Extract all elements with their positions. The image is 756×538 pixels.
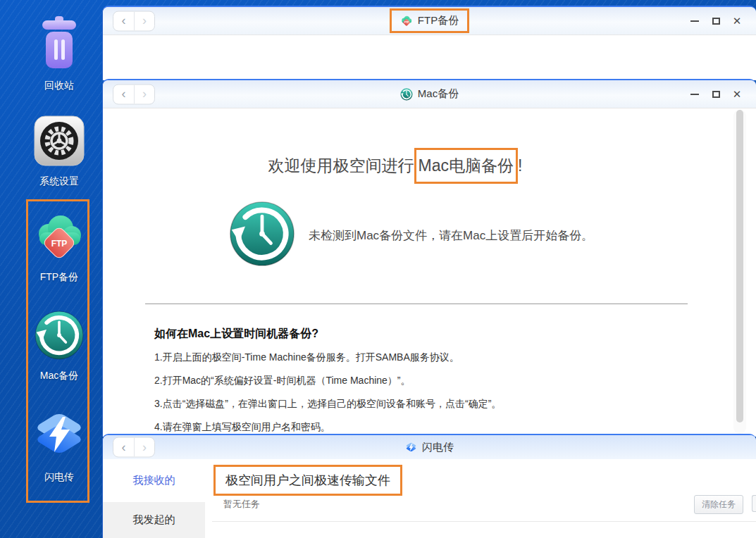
- howto-step: 3.点击“选择磁盘”，在弹出窗口上，选择自己的极空间设备和账号，点击“确定”。: [154, 398, 501, 411]
- ftp-window-titlebar: ‹ › FTP FTP备份: [103, 7, 756, 35]
- time-machine-icon: [400, 88, 413, 101]
- nav-back-button[interactable]: ‹: [113, 438, 134, 457]
- desktop-icon-label: 回收站: [44, 80, 74, 92]
- window-controls: ✕: [690, 89, 742, 99]
- desktop: 回收站 系统设置: [0, 0, 756, 538]
- nav-back-button[interactable]: ‹: [113, 11, 134, 30]
- howto-step: 2.打开Mac的“系统偏好设置-时间机器（Time Machine）”。: [154, 375, 501, 387]
- ftp-backup-window: ‹ › FTP FTP备份: [102, 6, 756, 80]
- empty-tasks-text: 暂无任务: [223, 498, 260, 511]
- nav-forward-button[interactable]: ›: [134, 438, 154, 457]
- scrollbar-thumb[interactable]: [736, 110, 743, 423]
- desktop-icon-system-settings[interactable]: 系统设置: [25, 115, 93, 188]
- howto-step: 4.请在弹窗上填写极空间用户名和密码。: [154, 421, 501, 434]
- mac-window-body: 欢迎使用极空间进行Mac电脑备份! 未检测到Mac备份文件: [103, 108, 756, 437]
- time-machine-icon: [228, 200, 296, 270]
- recycle-bin-icon: [37, 15, 82, 73]
- welcome-heading: 欢迎使用极空间进行Mac电脑备份!: [103, 148, 688, 184]
- lightning-icon: [405, 442, 417, 453]
- flash-main-area: 极空间用户之间极速传输文件 暂无任务 清除任务: [205, 459, 756, 538]
- ftp-window-title-highlight: FTP FTP备份: [390, 8, 469, 33]
- flash-window-body: 我接收的 我发起的 极空间用户之间极速传输文件 暂无任务 清除任务: [103, 459, 756, 538]
- nav-forward-button[interactable]: ›: [134, 85, 154, 104]
- howto-section: 如何在Mac上设置时间机器备份? 1.开启上面的极空间-Time Machine…: [154, 327, 501, 437]
- backup-status-row: 未检测到Mac备份文件，请在Mac上设置后开始备份。: [228, 200, 593, 270]
- tab-sent[interactable]: 我发起的: [103, 502, 205, 538]
- flash-window-title: 闪电传: [405, 441, 454, 454]
- sidebar-highlight-box: [26, 199, 89, 503]
- nav-back-button[interactable]: ‹: [113, 85, 134, 104]
- ftp-badge-text: FTP: [404, 21, 409, 24]
- gear-icon: [34, 115, 85, 169]
- desktop-icon-recycle-bin[interactable]: 回收站: [25, 15, 93, 92]
- welcome-suffix: !: [518, 156, 522, 175]
- nav-button-group: ‹ ›: [113, 84, 155, 104]
- ftp-cloud-icon: FTP: [400, 15, 413, 27]
- backup-status-message: 未检测到Mac备份文件，请在Mac上设置后开始备份。: [309, 227, 593, 244]
- maximize-icon[interactable]: [711, 16, 721, 26]
- tab-received[interactable]: 我接收的: [103, 474, 205, 487]
- window-title: 闪电传: [422, 441, 454, 454]
- close-icon[interactable]: ✕: [732, 89, 742, 99]
- minimize-icon[interactable]: [690, 89, 700, 99]
- close-icon[interactable]: ✕: [732, 16, 742, 26]
- flash-transfer-window: ‹ › 闪电传: [102, 434, 756, 538]
- flash-heading-highlight: 极空间用户之间极速传输文件: [213, 465, 402, 496]
- divider: [212, 521, 756, 522]
- nav-forward-button[interactable]: ›: [134, 11, 154, 30]
- howto-step: 1.开启上面的极空间-Time Machine备份服务。打开SAMBA服务协议。: [154, 351, 501, 364]
- flash-window-titlebar: ‹ › 闪电传: [103, 435, 756, 459]
- howto-heading: 如何在Mac上设置时间机器备份?: [154, 327, 501, 342]
- clear-tasks-button[interactable]: 清除任务: [694, 495, 743, 514]
- window-controls: ✕: [690, 16, 742, 26]
- minimize-icon[interactable]: [690, 16, 700, 26]
- mac-window-title: Mac备份: [400, 87, 459, 101]
- window-title: FTP备份: [418, 14, 459, 27]
- partial-button[interactable]: [752, 495, 756, 512]
- nav-button-group: ‹ ›: [113, 11, 155, 31]
- nav-button-group: ‹ ›: [113, 437, 155, 458]
- mac-window-titlebar: ‹ › Mac备份 ✕: [103, 80, 756, 108]
- welcome-highlight-box: Mac电脑备份: [414, 148, 518, 184]
- welcome-prefix: 欢迎使用极空间进行: [268, 156, 414, 175]
- scrollbar-track[interactable]: [733, 110, 746, 434]
- ftp-window-body: [103, 35, 756, 80]
- divider: [145, 304, 688, 304]
- window-title: Mac备份: [418, 87, 459, 101]
- mac-backup-window: ‹ › Mac备份 ✕: [102, 79, 756, 437]
- flash-sidebar: 我接收的 我发起的: [103, 459, 205, 538]
- maximize-icon[interactable]: [711, 89, 721, 99]
- desktop-icon-label: 系统设置: [39, 175, 79, 188]
